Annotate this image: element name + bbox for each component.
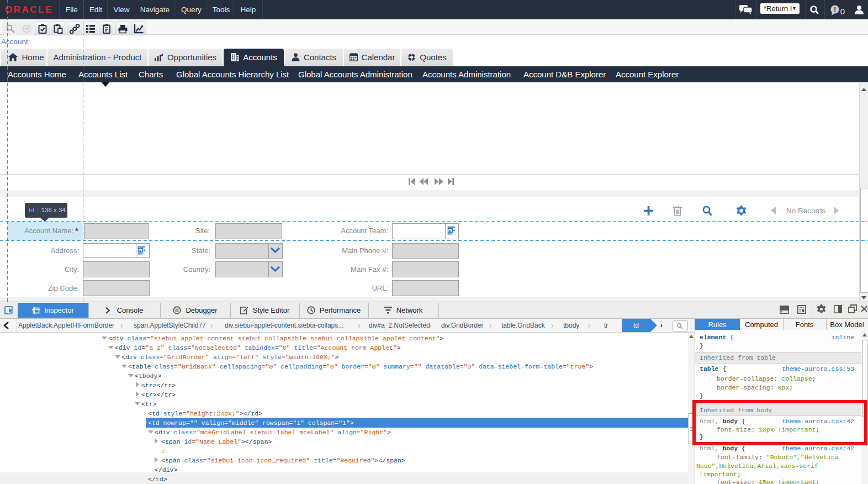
svg-text:!: ! xyxy=(834,6,836,14)
svg-text:0: 0 xyxy=(840,7,845,16)
